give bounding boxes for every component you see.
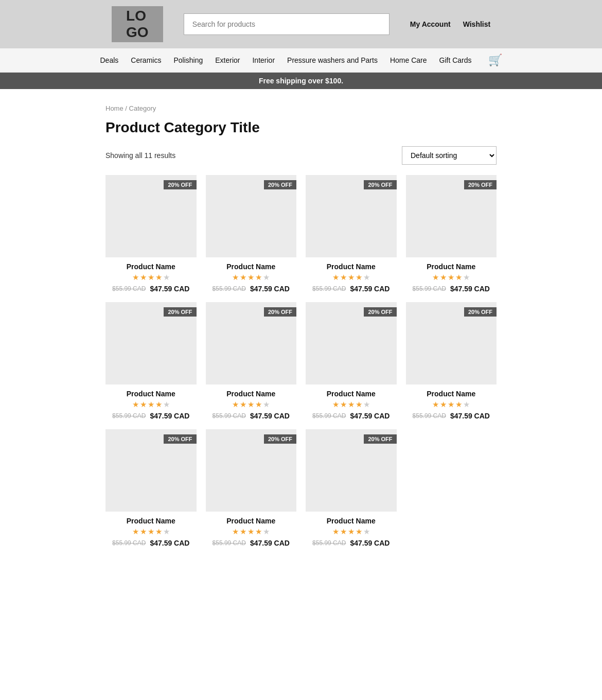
star-filled: ★ bbox=[255, 273, 262, 282]
star-rating: ★★★★★ bbox=[206, 527, 297, 536]
discount-badge: 20% OFF bbox=[264, 434, 296, 444]
price-wrap: $55.99 CAD $47.59 CAD bbox=[406, 285, 497, 293]
star-empty: ★ bbox=[263, 527, 270, 536]
cart-icon[interactable]: 🛒 bbox=[488, 54, 502, 67]
top-header: LO GO My Account Wishlist bbox=[0, 0, 602, 48]
product-card[interactable]: 20% OFF Product Name ★★★★★ $55.99 CAD $4… bbox=[206, 429, 297, 547]
product-image: 20% OFF bbox=[406, 302, 497, 384]
product-image: 20% OFF bbox=[105, 302, 197, 384]
nav-deals[interactable]: Deals bbox=[100, 56, 118, 64]
price-wrap: $55.99 CAD $47.59 CAD bbox=[206, 285, 297, 293]
star-filled: ★ bbox=[448, 273, 454, 282]
nav-gift-cards[interactable]: Gift Cards bbox=[439, 56, 472, 64]
star-rating: ★★★★★ bbox=[105, 400, 197, 409]
star-empty: ★ bbox=[363, 273, 370, 282]
sale-price: $47.59 CAD bbox=[150, 285, 189, 293]
product-name: Product Name bbox=[105, 390, 197, 398]
header-actions: My Account Wishlist bbox=[410, 20, 490, 28]
nav-home-care[interactable]: Home Care bbox=[390, 56, 427, 64]
product-image: 20% OFF bbox=[306, 429, 397, 512]
sort-select[interactable]: Default sorting Price: Low to High Price… bbox=[402, 146, 497, 165]
star-empty: ★ bbox=[163, 400, 170, 409]
star-filled: ★ bbox=[440, 273, 447, 282]
star-filled: ★ bbox=[356, 400, 362, 409]
star-filled: ★ bbox=[348, 400, 355, 409]
star-filled: ★ bbox=[440, 400, 447, 409]
product-card[interactable]: 20% OFF Product Name ★★★★★ $55.99 CAD $4… bbox=[105, 302, 197, 420]
star-filled: ★ bbox=[240, 400, 246, 409]
wishlist-link[interactable]: Wishlist bbox=[463, 20, 491, 28]
original-price: $55.99 CAD bbox=[213, 285, 246, 292]
sale-price: $47.59 CAD bbox=[250, 412, 290, 420]
product-image: 20% OFF bbox=[105, 175, 197, 257]
star-rating: ★★★★★ bbox=[306, 527, 397, 536]
logo[interactable]: LO GO bbox=[112, 6, 163, 42]
star-rating: ★★★★★ bbox=[406, 273, 497, 282]
product-card[interactable]: 20% OFF Product Name ★★★★★ $55.99 CAD $4… bbox=[306, 175, 397, 293]
star-filled: ★ bbox=[232, 527, 239, 536]
price-wrap: $55.99 CAD $47.59 CAD bbox=[206, 539, 297, 547]
nav-pressure-washers[interactable]: Pressure washers and Parts bbox=[287, 56, 378, 64]
original-price: $55.99 CAD bbox=[112, 412, 146, 419]
sale-price: $47.59 CAD bbox=[450, 285, 490, 293]
star-filled: ★ bbox=[140, 273, 147, 282]
product-card[interactable]: 20% OFF Product Name ★★★★★ $55.99 CAD $4… bbox=[406, 175, 497, 293]
star-filled: ★ bbox=[255, 400, 262, 409]
star-filled: ★ bbox=[132, 400, 139, 409]
my-account-link[interactable]: My Account bbox=[410, 20, 451, 28]
product-card[interactable]: 20% OFF Product Name ★★★★★ $55.99 CAD $4… bbox=[105, 175, 197, 293]
product-card[interactable]: 20% OFF Product Name ★★★★★ $55.99 CAD $4… bbox=[306, 429, 397, 547]
discount-badge: 20% OFF bbox=[264, 307, 296, 317]
product-name: Product Name bbox=[105, 262, 197, 271]
star-filled: ★ bbox=[255, 527, 262, 536]
search-bar bbox=[184, 13, 389, 35]
star-filled: ★ bbox=[332, 527, 339, 536]
sale-price: $47.59 CAD bbox=[350, 285, 389, 293]
product-card[interactable]: 20% OFF Product Name ★★★★★ $55.99 CAD $4… bbox=[406, 302, 497, 420]
star-filled: ★ bbox=[455, 400, 462, 409]
product-card[interactable]: 20% OFF Product Name ★★★★★ $55.99 CAD $4… bbox=[105, 429, 197, 547]
sale-price: $47.59 CAD bbox=[250, 539, 290, 547]
product-card[interactable]: 20% OFF Product Name ★★★★★ $55.99 CAD $4… bbox=[206, 175, 297, 293]
star-filled: ★ bbox=[340, 527, 347, 536]
product-image: 20% OFF bbox=[306, 302, 397, 384]
star-filled: ★ bbox=[348, 273, 355, 282]
nav-exterior[interactable]: Exterior bbox=[215, 56, 240, 64]
product-image: 20% OFF bbox=[105, 429, 197, 512]
star-empty: ★ bbox=[363, 527, 370, 536]
star-filled: ★ bbox=[148, 273, 154, 282]
star-filled: ★ bbox=[140, 400, 147, 409]
star-filled: ★ bbox=[432, 273, 439, 282]
product-name: Product Name bbox=[306, 390, 397, 398]
star-filled: ★ bbox=[356, 273, 362, 282]
product-grid-row3: 20% OFF Product Name ★★★★★ $55.99 CAD $4… bbox=[105, 429, 497, 547]
product-name: Product Name bbox=[206, 390, 297, 398]
nav-interior[interactable]: Interior bbox=[252, 56, 275, 64]
nav-ceramics[interactable]: Ceramics bbox=[131, 56, 161, 64]
search-input[interactable] bbox=[184, 13, 389, 35]
product-image: 20% OFF bbox=[206, 175, 297, 257]
promo-banner: Free shipping over $100. bbox=[0, 73, 602, 89]
original-price: $55.99 CAD bbox=[312, 285, 346, 292]
product-image: 20% OFF bbox=[406, 175, 497, 257]
main-content: Home / Category Product Category Title S… bbox=[95, 89, 507, 563]
discount-badge: 20% OFF bbox=[164, 180, 196, 189]
price-wrap: $55.99 CAD $47.59 CAD bbox=[105, 539, 197, 547]
discount-badge: 20% OFF bbox=[364, 180, 396, 189]
product-name: Product Name bbox=[306, 262, 397, 271]
star-filled: ★ bbox=[148, 400, 154, 409]
nav-bar: Deals Ceramics Polishing Exterior Interi… bbox=[0, 48, 602, 73]
product-name: Product Name bbox=[206, 517, 297, 525]
original-price: $55.99 CAD bbox=[413, 412, 446, 419]
product-name: Product Name bbox=[105, 517, 197, 525]
product-card[interactable]: 20% OFF Product Name ★★★★★ $55.99 CAD $4… bbox=[206, 302, 297, 420]
sale-price: $47.59 CAD bbox=[150, 412, 189, 420]
nav-polishing[interactable]: Polishing bbox=[173, 56, 203, 64]
product-card[interactable]: 20% OFF Product Name ★★★★★ $55.99 CAD $4… bbox=[306, 302, 397, 420]
product-image: 20% OFF bbox=[206, 429, 297, 512]
sale-price: $47.59 CAD bbox=[350, 412, 389, 420]
star-filled: ★ bbox=[356, 527, 362, 536]
price-wrap: $55.99 CAD $47.59 CAD bbox=[306, 285, 397, 293]
product-name: Product Name bbox=[306, 517, 397, 525]
price-wrap: $55.99 CAD $47.59 CAD bbox=[406, 412, 497, 420]
